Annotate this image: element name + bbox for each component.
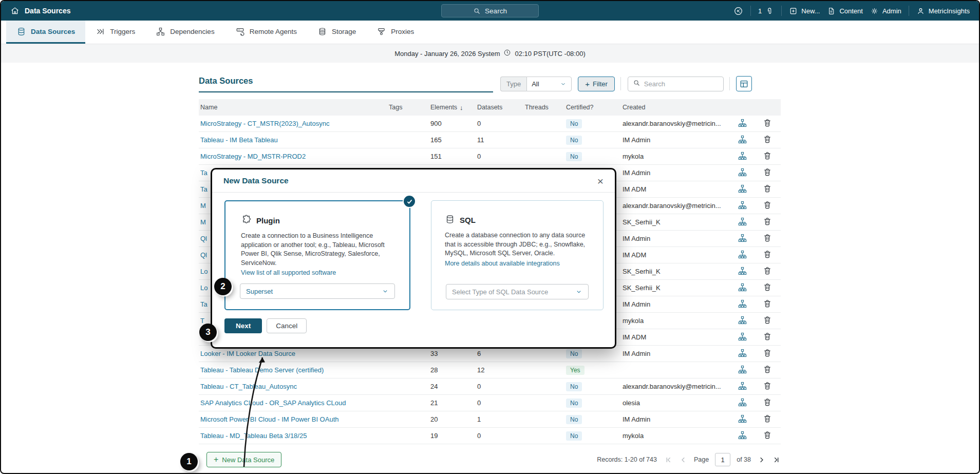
delete-button[interactable] <box>763 118 772 129</box>
data-source-link[interactable]: Lo <box>200 268 208 275</box>
next-page-button[interactable] <box>757 456 766 464</box>
column-header-created[interactable]: Created <box>621 104 731 111</box>
data-source-link[interactable]: Microsoft Power BI Cloud - IM Power BI O… <box>200 415 338 423</box>
column-header-tags[interactable]: Tags <box>387 104 429 111</box>
table-search-input[interactable] <box>644 80 719 88</box>
lineage-button[interactable] <box>738 365 747 376</box>
lineage-button[interactable] <box>738 348 747 359</box>
page-number-input[interactable] <box>715 453 730 466</box>
delete-button[interactable] <box>763 151 772 162</box>
home-icon[interactable] <box>10 6 20 15</box>
admin-menu-button[interactable]: Admin <box>870 7 901 15</box>
tab-proxies[interactable]: Proxies <box>366 21 424 44</box>
data-source-link[interactable]: MicroStrategy - MD_MSTR-PROD2 <box>200 153 306 160</box>
lineage-button[interactable] <box>738 233 747 244</box>
plugin-supported-software-link[interactable]: View list of all supported software <box>241 269 394 276</box>
delete-button[interactable] <box>763 397 772 408</box>
lineage-button[interactable] <box>738 430 747 442</box>
lineage-button[interactable] <box>738 217 747 228</box>
data-source-link[interactable]: Tableau - CT_Tableau_Autosync <box>200 383 297 390</box>
data-source-link[interactable]: M <box>200 218 206 226</box>
prev-page-button[interactable] <box>679 456 688 464</box>
data-source-link[interactable]: MicroStrategy - CT_MSTR(2023)_Autosync <box>200 120 329 127</box>
attachments-button[interactable]: 1 <box>758 7 774 15</box>
column-header-threads[interactable]: Threads <box>523 104 564 111</box>
lineage-button[interactable] <box>738 184 747 195</box>
cancel-button[interactable]: Cancel <box>267 318 307 333</box>
delete-button[interactable] <box>763 332 772 343</box>
delete-button[interactable] <box>763 250 772 260</box>
next-button[interactable]: Next <box>224 318 262 333</box>
delete-button[interactable] <box>763 414 772 425</box>
data-source-link[interactable]: Tableau - Tableau Demo Server (certified… <box>200 366 324 374</box>
tab-storage[interactable]: Storage <box>307 21 366 44</box>
delete-button[interactable] <box>763 315 772 326</box>
data-source-link[interactable]: Ql <box>200 251 207 259</box>
data-source-link[interactable]: Ql <box>200 235 207 242</box>
lineage-button[interactable] <box>738 151 747 162</box>
first-page-button[interactable] <box>664 456 673 464</box>
data-source-link[interactable]: T <box>200 317 204 325</box>
delete-button[interactable] <box>763 430 772 441</box>
tab-triggers[interactable]: Triggers <box>85 21 145 44</box>
data-source-link[interactable]: Tableau - MD_Tableau Beta 3/18/25 <box>200 432 307 440</box>
data-source-link[interactable]: Lo <box>200 284 208 292</box>
tab-data-sources[interactable]: Data Sources <box>6 21 85 44</box>
data-source-link[interactable]: Ta <box>200 300 208 308</box>
column-header-name[interactable]: Name <box>199 104 387 111</box>
delete-button[interactable] <box>763 200 772 211</box>
lineage-button[interactable] <box>738 135 747 146</box>
plugin-type-select[interactable]: Superset <box>240 283 395 299</box>
type-filter-select[interactable]: All <box>526 77 572 91</box>
delete-button[interactable] <box>763 233 772 244</box>
lineage-button[interactable] <box>738 332 747 343</box>
column-header-datasets[interactable]: Datasets <box>476 104 523 111</box>
data-source-link[interactable]: Ta <box>200 185 208 193</box>
lineage-button[interactable] <box>738 414 747 425</box>
close-icon[interactable]: × <box>597 176 604 186</box>
data-source-link[interactable]: Tableau - IM Beta Tableau <box>200 136 278 144</box>
data-source-link[interactable]: SAP Analytics CLoud - OR_SAP Analytics C… <box>200 399 346 407</box>
data-source-link[interactable]: Looker - IM Looker Data Source <box>200 350 295 357</box>
lineage-button[interactable] <box>738 118 747 129</box>
lineage-button[interactable] <box>738 266 747 277</box>
column-settings-button[interactable] <box>736 76 752 91</box>
plugin-option-card[interactable]: Plugin Create a connection to a Business… <box>224 200 410 310</box>
global-search[interactable]: Search <box>441 4 539 17</box>
delete-button[interactable] <box>763 184 772 195</box>
lineage-button[interactable] <box>738 200 747 212</box>
new-data-source-button[interactable]: + New Data Source <box>206 452 281 467</box>
delete-button[interactable] <box>763 217 772 227</box>
lineage-button[interactable] <box>738 299 747 310</box>
delete-button[interactable] <box>763 282 772 293</box>
lineage-button[interactable] <box>738 397 747 409</box>
tab-remote-agents[interactable]: Remote Agents <box>225 21 307 44</box>
lineage-button[interactable] <box>738 250 747 261</box>
data-source-link[interactable]: M <box>200 202 206 210</box>
column-header-elements[interactable]: Elements↓ <box>429 104 476 111</box>
lineage-button[interactable] <box>738 381 747 392</box>
column-header-certified[interactable]: Certified? <box>564 104 621 111</box>
sql-type-select[interactable]: Select Type of SQL Data Source <box>446 284 589 299</box>
data-source-link[interactable]: Ta <box>200 169 208 177</box>
delete-button[interactable] <box>763 167 772 178</box>
delete-button[interactable] <box>763 299 772 310</box>
tab-dependencies[interactable]: Dependencies <box>145 21 224 44</box>
last-page-button[interactable] <box>772 456 781 464</box>
user-menu-button[interactable]: MetricInsights <box>916 7 970 15</box>
delete-button[interactable] <box>763 381 772 392</box>
filter-button[interactable]: + Filter <box>578 77 615 91</box>
sql-integrations-link[interactable]: More details about available integration… <box>445 260 590 267</box>
delete-button[interactable] <box>763 365 772 375</box>
lineage-button[interactable] <box>738 315 747 327</box>
table-search[interactable] <box>628 77 724 91</box>
content-menu-button[interactable]: Content <box>827 7 863 15</box>
sql-option-card[interactable]: SQL Create a database connection to any … <box>431 200 604 310</box>
lineage-button[interactable] <box>738 167 747 179</box>
delete-button[interactable] <box>763 135 772 145</box>
delete-button[interactable] <box>763 266 772 277</box>
new-menu-button[interactable]: New... <box>789 7 820 15</box>
ai-assistant-icon[interactable] <box>733 6 743 16</box>
delete-button[interactable] <box>763 348 772 359</box>
lineage-button[interactable] <box>738 282 747 294</box>
